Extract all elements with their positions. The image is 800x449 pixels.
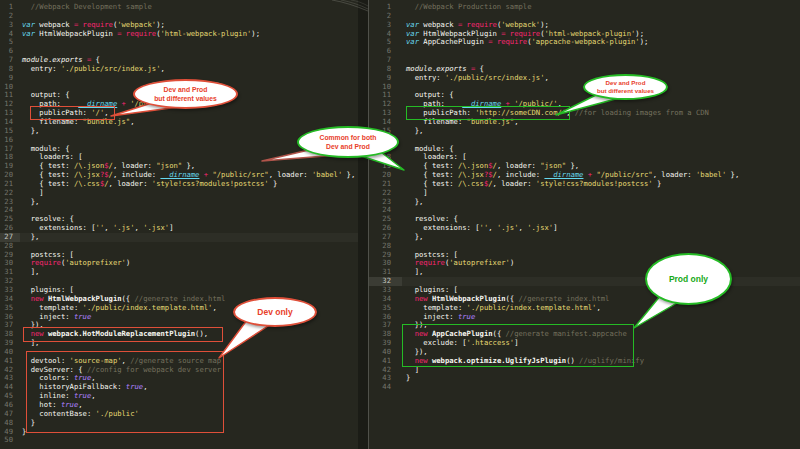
annotation-box-prod-plugins-box — [402, 324, 634, 367]
bubble-text: but different values — [154, 94, 217, 103]
code-line[interactable]: 22 ] — [0, 189, 358, 198]
annotation-bubble-dev-only: Dev only — [233, 297, 317, 327]
code-line[interactable]: 30 require('autoprefixer') — [0, 259, 358, 268]
code-text: entry: './public/src/index.js', — [406, 74, 549, 83]
bubble-text: Dev and Prod — [164, 85, 208, 94]
code-line[interactable]: 4var HtmlWebpackPlugin = require('html-w… — [0, 30, 358, 39]
code-line[interactable]: 44 — [369, 383, 800, 392]
code-line[interactable]: 30 require('autoprefixer') — [369, 259, 800, 268]
code-line[interactable]: 23 }, — [0, 198, 358, 207]
code-line[interactable]: 26 extensions: ['', '.js', '.jsx'] — [0, 224, 358, 233]
line-number: 5 — [369, 38, 402, 47]
annotation-bubble-common-both: Common for bothDev and Prod — [297, 126, 399, 158]
annotation-box-dev-hmr-plugin-box — [23, 327, 223, 343]
line-number: 8 — [369, 65, 402, 74]
code-text: //Webpack Development sample — [22, 3, 152, 12]
code-line[interactable]: 27 }, — [369, 233, 800, 242]
annotation-bubble-prod-only: Prod only — [645, 253, 732, 305]
code-text: }, — [406, 198, 423, 207]
code-line[interactable]: 27 }, — [0, 233, 358, 242]
editor-window: 1 //Webpack Development sample23var webp… — [0, 0, 800, 449]
code-text: extensions: ['', '.js', '.jsx'] — [406, 224, 557, 233]
code-line[interactable]: 8 entry: './public/src/index.js', — [0, 65, 358, 74]
code-text: }, — [406, 127, 423, 136]
code-text: }, — [22, 127, 39, 136]
code-line[interactable]: 21 { test: /\.css$/, loader: 'style!css?… — [369, 180, 800, 189]
annotation-box-dev-publicpath-box — [30, 106, 115, 121]
code-line[interactable]: 1 //Webpack Development sample — [0, 3, 358, 12]
code-text: var AppCachePlugin = require('appcache-w… — [406, 38, 648, 47]
code-line[interactable]: 31 ], — [0, 268, 358, 277]
line-number: 7 — [369, 56, 402, 65]
code-text: }, — [22, 198, 39, 207]
editor-pane-production[interactable]: 1 //Webpack Production sample23var webpa… — [369, 0, 800, 449]
line-number: 44 — [369, 383, 402, 392]
annotation-box-prod-publicpath-box — [406, 106, 570, 121]
line-number: 1 — [369, 3, 402, 12]
code-line[interactable]: 5 — [0, 38, 358, 47]
bubble-text: Dev and Prod — [326, 142, 370, 151]
code-line[interactable]: 22 ] — [369, 189, 800, 198]
code-text: entry: './public/src/index.js', — [22, 65, 165, 74]
bubble-text: Dev only — [257, 307, 292, 318]
line-number: 4 — [369, 30, 402, 39]
line-number: 2 — [369, 12, 402, 21]
code-line[interactable]: 36 inject: true — [369, 313, 800, 322]
code-line[interactable]: 31 ], — [369, 268, 800, 277]
code-line[interactable]: 23 }, — [369, 198, 800, 207]
code-text: { test: /\.css$/, loader: 'style!css?mod… — [22, 180, 277, 189]
code-line[interactable]: 1 //Webpack Production sample — [369, 3, 800, 12]
annotation-bubble-dev-diff-values: Dev and Prodbut different values — [133, 79, 238, 109]
code-line[interactable]: 50 — [0, 436, 358, 445]
code-line[interactable]: 6 — [369, 47, 800, 56]
bubble-text: Common for both — [319, 133, 376, 142]
code-text: }, — [406, 233, 423, 242]
code-text: ], — [406, 268, 423, 277]
bubble-text: but different values — [597, 87, 654, 95]
code-text: ], — [22, 268, 39, 277]
line-number: 6 — [369, 47, 402, 56]
code-text: } — [406, 374, 410, 383]
line-number: 50 — [0, 436, 20, 445]
code-line[interactable]: 21 { test: /\.css$/, loader: 'style!css?… — [0, 180, 358, 189]
code-line[interactable]: 5var AppCachePlugin = require('appcache-… — [369, 38, 800, 47]
annotation-bubble-prod-diff-values: Dev and Prodbut different values — [583, 74, 668, 100]
code-text: //Webpack Production sample — [406, 3, 532, 12]
annotation-box-dev-devserver-box — [26, 351, 224, 433]
line-number: 3 — [369, 21, 402, 30]
bubble-text: Dev and Prod — [606, 79, 646, 87]
pane-divider[interactable] — [358, 0, 369, 449]
code-text: extensions: ['', '.js', '.jsx'] — [22, 224, 173, 233]
code-text: { test: /\.css$/, loader: 'style!css?mod… — [406, 180, 661, 189]
bubble-text: Prod only — [669, 274, 708, 285]
code-line[interactable]: 26 extensions: ['', '.js', '.jsx'] — [369, 224, 800, 233]
code-line[interactable]: 43} — [369, 374, 800, 383]
code-line[interactable]: 9 entry: './public/src/index.js', — [369, 74, 800, 83]
code-text: }, — [22, 233, 39, 242]
code-text: var HtmlWebpackPlugin = require('html-we… — [22, 30, 260, 39]
code-line[interactable]: 15 }, — [369, 127, 800, 136]
